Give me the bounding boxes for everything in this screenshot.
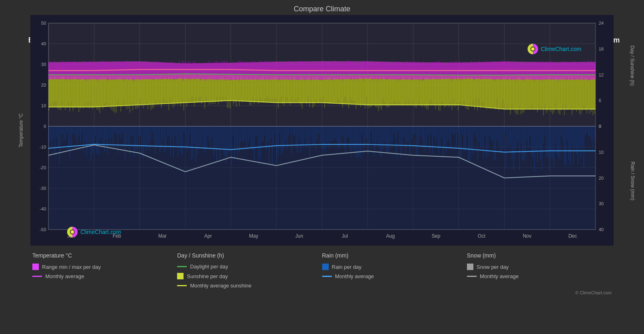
rain-avg-swatch [322, 276, 332, 277]
climate-chart [30, 15, 614, 246]
legend-col-snow: Snow (mm) Snow per day Monthly average [467, 252, 612, 289]
legend-snow-day: Snow per day [467, 264, 612, 270]
legend-rain-day: Rain per day [322, 264, 467, 270]
daylight-swatch [177, 266, 187, 267]
svg-point-5 [71, 230, 74, 234]
legend-col-temp: Temperature °C Range min / max per day M… [32, 252, 177, 289]
legend-sunshine-avg-label: Monthly average sunshine [190, 283, 251, 289]
legend-sunshine-day-label: Sunshine per day [187, 273, 228, 279]
legend-snow-day-label: Snow per day [477, 264, 509, 270]
legend-temp-range-label: Range min / max per day [42, 264, 101, 270]
right-top-axis-label: Day / Sunshine (h) [629, 46, 635, 86]
watermark-bottom-left: ClimeChart.com [67, 226, 121, 238]
legend-sunshine-day: Sunshine per day [177, 273, 322, 279]
legend-col-sunshine: Day / Sunshine (h) Daylight per day Suns… [177, 252, 322, 289]
legend-snow-avg: Monthly average [467, 273, 612, 279]
legend-rain-title: Rain (mm) [322, 252, 467, 259]
legend-daylight-label: Daylight per day [190, 264, 228, 270]
watermark-top-right-text: ClimeChart.com [541, 46, 581, 52]
watermark-bottom-left-text: ClimeChart.com [80, 229, 121, 235]
legend-col-rain: Rain (mm) Rain per day Monthly average [322, 252, 467, 289]
legend-sunshine-avg: Monthly average sunshine [177, 283, 322, 289]
legend-sunshine-title: Day / Sunshine (h) [177, 252, 322, 259]
legend-temp-title: Temperature °C [32, 252, 177, 259]
legend-area: Temperature °C Range min / max per day M… [0, 246, 644, 289]
temp-range-swatch [32, 264, 39, 270]
right-bottom-axis-label: Rain / Snow (mm) [630, 162, 636, 200]
svg-point-2 [531, 47, 534, 51]
snow-day-swatch [467, 264, 473, 270]
legend-snow-title: Snow (mm) [467, 252, 612, 259]
legend-rain-avg-label: Monthly average [335, 273, 374, 279]
page-title: Compare Climate [0, 0, 644, 15]
left-axis-label: Temperature °C [18, 113, 24, 147]
snow-avg-swatch [467, 276, 477, 277]
legend-snow-avg-label: Monthly average [480, 273, 519, 279]
sunshine-avg-swatch [177, 285, 187, 286]
rain-day-swatch [322, 264, 329, 270]
sunshine-day-swatch [177, 273, 184, 279]
temp-avg-swatch [32, 276, 42, 277]
copyright: © ClimeChart.com [0, 290, 644, 295]
legend-rain-day-label: Rain per day [332, 264, 362, 270]
legend-temp-avg: Monthly average [32, 273, 177, 279]
legend-daylight: Daylight per day [177, 264, 322, 270]
legend-rain-avg: Monthly average [322, 273, 467, 279]
legend-temp-avg-label: Monthly average [45, 273, 84, 279]
watermark-top-right: ClimeChart.com [527, 43, 581, 55]
legend-temp-range: Range min / max per day [32, 264, 177, 270]
